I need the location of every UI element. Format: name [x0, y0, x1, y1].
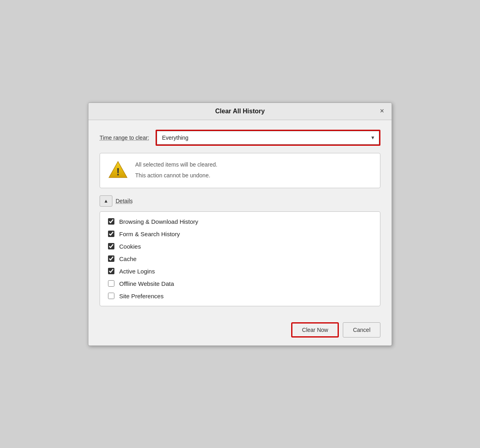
checkbox-item-cache: Cache: [108, 255, 372, 262]
checkbox-item-offline-website-data: Offline Website Data: [108, 280, 372, 287]
checkbox-label-active-logins[interactable]: Active Logins: [119, 268, 155, 275]
checkbox-item-active-logins: Active Logins: [108, 268, 372, 275]
checkbox-cookies[interactable]: [108, 243, 114, 249]
checkbox-site-preferences[interactable]: [108, 293, 114, 299]
checkbox-offline-website-data[interactable]: [108, 280, 114, 287]
clear-now-button[interactable]: Clear Now: [291, 322, 339, 338]
details-label: Details: [116, 198, 133, 204]
dialog-titlebar: Clear All History ×: [88, 103, 392, 120]
checkbox-label-cache[interactable]: Cache: [119, 255, 136, 262]
clear-history-dialog: Clear All History × Time range to clear:…: [88, 102, 392, 346]
checkbox-item-form-search: Form & Search History: [108, 231, 372, 237]
checkbox-item-site-preferences: Site Preferences: [108, 293, 372, 299]
svg-text:!: !: [116, 166, 120, 178]
warning-line2: This action cannot be undone.: [135, 171, 217, 180]
checkbox-label-offline-website-data[interactable]: Offline Website Data: [119, 280, 174, 287]
warning-box: ! All selected items will be cleared. Th…: [100, 153, 380, 188]
checkbox-item-browsing: Browsing & Download History: [108, 218, 372, 225]
cancel-button[interactable]: Cancel: [343, 322, 380, 338]
dialog-footer: Clear Now Cancel: [88, 322, 392, 346]
time-range-select-wrapper: Last Hour Last Two Hours Last Four Hours…: [156, 130, 380, 146]
details-row: ▲ Details: [100, 195, 380, 207]
warning-line1: All selected items will be cleared.: [135, 161, 217, 169]
time-range-label: Time range to clear:: [100, 135, 149, 141]
checkbox-label-site-preferences[interactable]: Site Preferences: [119, 293, 164, 299]
dialog-title: Clear All History: [215, 108, 265, 115]
checkbox-label-form-search-history[interactable]: Form & Search History: [119, 231, 180, 237]
checkbox-active-logins[interactable]: [108, 268, 114, 274]
warning-icon: !: [108, 161, 128, 181]
checkbox-label-browsing-download-history[interactable]: Browsing & Download History: [119, 218, 198, 225]
checkboxes-container: Browsing & Download History Form & Searc…: [100, 211, 380, 306]
time-range-row: Time range to clear: Last Hour Last Two …: [100, 130, 380, 146]
checkbox-label-cookies[interactable]: Cookies: [119, 243, 141, 250]
checkbox-cache[interactable]: [108, 255, 114, 262]
checkbox-browsing-download-history[interactable]: [108, 218, 114, 225]
checkbox-item-cookies: Cookies: [108, 243, 372, 250]
close-button[interactable]: ×: [377, 106, 387, 116]
checkbox-form-search-history[interactable]: [108, 231, 114, 237]
time-range-select[interactable]: Last Hour Last Two Hours Last Four Hours…: [157, 131, 379, 145]
dialog-body: Time range to clear: Last Hour Last Two …: [88, 120, 392, 322]
time-range-select-container: Last Hour Last Two Hours Last Four Hours…: [157, 131, 379, 145]
warning-text: All selected items will be cleared. This…: [135, 161, 217, 180]
details-toggle-button[interactable]: ▲: [100, 195, 112, 207]
